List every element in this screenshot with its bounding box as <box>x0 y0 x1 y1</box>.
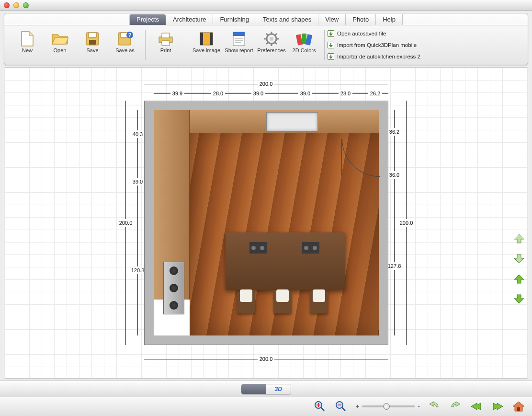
dim-top-seg: 28.0 <box>202 89 235 98</box>
tab-texts-shapes[interactable]: Texts and shapes <box>256 14 318 25</box>
zoom-window-button[interactable] <box>23 2 29 8</box>
dim-left-seg: 120.8 <box>130 205 146 335</box>
layer-down-button[interactable] <box>512 253 526 265</box>
zoom-minus-label: - <box>418 403 420 410</box>
side-nav-arrows <box>512 232 526 305</box>
svg-rect-26 <box>302 34 306 44</box>
minimize-window-button[interactable] <box>13 2 19 8</box>
door-swing[interactable] <box>341 139 379 176</box>
save-image-button[interactable]: Save image <box>191 28 222 62</box>
download-icon <box>328 30 334 37</box>
svg-point-24 <box>270 37 273 41</box>
move-up-button[interactable] <box>512 273 526 285</box>
dim-bottom-total: 200.0 <box>144 355 388 363</box>
view-3d-button[interactable]: 3D <box>266 384 291 394</box>
dim-top-total: 200.0 <box>144 80 388 88</box>
dim-right-seg: 127.8 <box>386 196 403 335</box>
swatches-icon <box>295 30 313 47</box>
dim-left-seg: 40.3 <box>130 110 146 158</box>
download-icon <box>328 42 334 48</box>
svg-line-23 <box>266 42 268 44</box>
open-autosaved-link[interactable]: Open autosaved file <box>328 30 420 37</box>
dim-top-seg: 39.9 <box>154 89 202 98</box>
svg-line-21 <box>275 42 277 44</box>
floppy-question-icon: ? <box>116 30 134 47</box>
gear-icon <box>263 30 280 47</box>
new-button[interactable]: New <box>12 28 43 62</box>
kitchen-island[interactable] <box>226 232 345 290</box>
svg-rect-11 <box>233 32 245 36</box>
prev-button[interactable] <box>470 400 483 413</box>
floor-plan[interactable]: 200.0 39.9 28.0 39.0 39.0 28.0 26.2 200.… <box>144 101 388 345</box>
report-icon <box>230 30 248 47</box>
dim-right-seg: 36.2 <box>386 110 403 153</box>
toolbar: New Open Save ? <box>4 25 528 65</box>
save-button[interactable]: Save <box>77 28 108 62</box>
ribbon: Projects Architecture Furnishing Texts a… <box>4 13 528 65</box>
layer-up-button[interactable] <box>512 232 526 245</box>
tab-furnishing[interactable]: Furnishing <box>213 14 256 25</box>
island-cooktop <box>249 242 267 254</box>
tab-help[interactable]: Help <box>375 14 403 25</box>
dim-left-seg: 39.0 <box>130 158 146 205</box>
view-2d-button[interactable]: 2D <box>241 384 266 394</box>
slider-track[interactable] <box>362 405 415 407</box>
new-doc-icon <box>19 30 36 47</box>
design-canvas[interactable]: 200.0 39.9 28.0 39.0 39.0 28.0 26.2 200.… <box>4 67 528 379</box>
tab-view[interactable]: View <box>318 14 345 25</box>
film-icon <box>198 30 215 47</box>
tabstrip: Projects Architecture Furnishing Texts a… <box>4 13 528 25</box>
undo-button[interactable] <box>428 400 441 413</box>
view-mode-toggle: 2D 3D <box>241 384 291 394</box>
move-down-button[interactable] <box>512 293 526 305</box>
svg-line-33 <box>342 407 345 411</box>
view-mode-bar: 2D 3D <box>0 381 532 397</box>
next-button[interactable] <box>491 400 504 413</box>
close-window-button[interactable] <box>4 2 10 8</box>
slider-thumb[interactable] <box>383 403 390 410</box>
folder-open-icon <box>51 30 68 47</box>
svg-rect-8 <box>200 33 203 45</box>
dim-top-seg: 26.2 <box>362 89 388 98</box>
saveas-button[interactable]: ? Save as <box>110 28 140 62</box>
svg-line-20 <box>266 34 268 35</box>
stool[interactable] <box>310 291 328 313</box>
zoom-in-button[interactable] <box>313 400 327 413</box>
svg-rect-1 <box>89 33 96 37</box>
import-mobile-link[interactable]: Import from Quick3DPlan mobile <box>328 42 420 48</box>
tab-architecture[interactable]: Architecture <box>166 14 213 25</box>
dim-top-seg: 39.0 <box>235 89 282 98</box>
dim-top-seg: 28.0 <box>329 89 362 98</box>
stool[interactable] <box>273 291 292 313</box>
svg-text:?: ? <box>128 32 132 38</box>
svg-rect-2 <box>89 40 96 45</box>
bottom-toolbar: + - <box>0 397 532 416</box>
svg-rect-9 <box>210 33 213 45</box>
zoom-slider[interactable]: + - <box>355 403 420 410</box>
svg-rect-35 <box>517 407 520 411</box>
titlebar <box>0 0 532 11</box>
sink[interactable] <box>266 112 318 131</box>
svg-line-22 <box>275 34 277 35</box>
printer-icon <box>157 30 174 47</box>
zoom-out-button[interactable] <box>334 400 348 413</box>
svg-line-29 <box>321 407 324 411</box>
open-button[interactable]: Open <box>45 28 75 62</box>
download-icon <box>328 53 334 60</box>
home-button[interactable] <box>512 400 525 413</box>
tab-photo[interactable]: Photo <box>345 14 375 25</box>
redo-button[interactable] <box>449 400 462 413</box>
dim-top-seg: 39.0 <box>282 89 329 98</box>
stool[interactable] <box>237 291 255 313</box>
dim-right-seg: 36.0 <box>386 153 403 196</box>
show-report-button[interactable]: Show report <box>224 28 254 62</box>
floppy-icon <box>84 30 101 47</box>
tab-projects[interactable]: Projects <box>129 14 166 25</box>
import-autokitchen-link[interactable]: Importar de autokitchen express 2 <box>328 53 420 60</box>
zoom-plus-label: + <box>355 403 359 410</box>
print-button[interactable]: Print <box>150 28 181 62</box>
preferences-button[interactable]: Preferences <box>256 28 287 62</box>
2d-colors-button[interactable]: 2D Colors <box>289 28 319 62</box>
range-appliance[interactable] <box>163 262 184 314</box>
island-cooktop <box>302 242 319 254</box>
